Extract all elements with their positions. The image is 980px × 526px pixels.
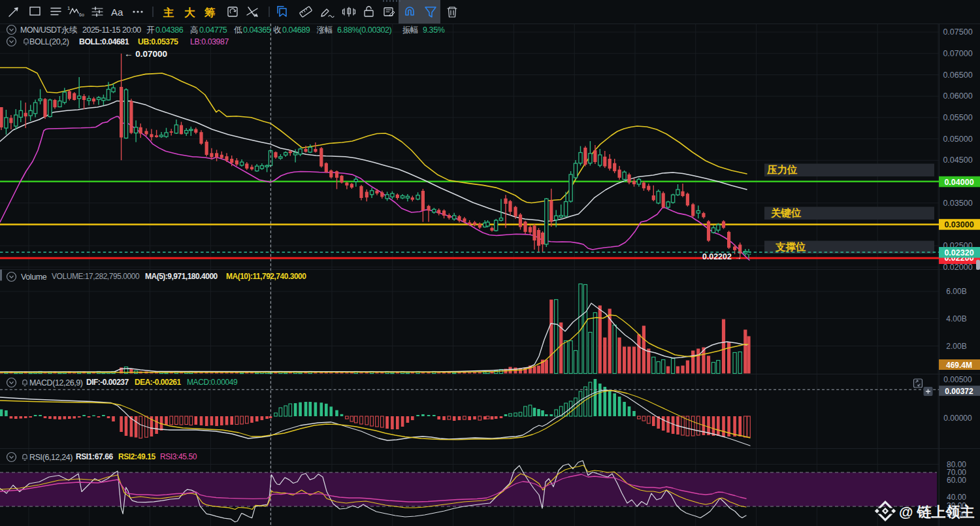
svg-text:支撑位: 支撑位 xyxy=(775,241,806,252)
svg-text:0.03500: 0.03500 xyxy=(943,199,972,208)
svg-text:60.00: 60.00 xyxy=(947,476,966,485)
svg-text:0.05000: 0.05000 xyxy=(943,135,972,144)
svg-text:主: 主 xyxy=(163,7,174,18)
svg-text:0.00500: 0.00500 xyxy=(943,375,972,384)
svg-text:关键位: 关键位 xyxy=(770,207,802,218)
svg-text:0.06500: 0.06500 xyxy=(943,71,972,80)
svg-text:1: 1 xyxy=(67,5,71,11)
svg-text:0.05500: 0.05500 xyxy=(943,113,972,122)
svg-text:0.06000: 0.06000 xyxy=(943,91,972,101)
svg-text:0.00372: 0.00372 xyxy=(945,387,973,396)
svg-text:6.00B: 6.00B xyxy=(946,287,966,296)
svg-text:0.07000: 0.07000 xyxy=(943,49,972,58)
svg-text:Aa: Aa xyxy=(111,7,123,18)
svg-text:0.02202: 0.02202 xyxy=(702,252,732,261)
svg-text:← 0.07000: ← 0.07000 xyxy=(124,49,167,59)
svg-text:0.02320: 0.02320 xyxy=(944,248,973,257)
svg-text:4.00B: 4.00B xyxy=(946,314,966,323)
svg-text:筹: 筹 xyxy=(204,7,216,18)
svg-text:0.03000: 0.03000 xyxy=(944,220,973,229)
svg-text:6o: 6o xyxy=(79,12,84,17)
svg-text:→: → xyxy=(735,254,742,261)
svg-text:0.04000: 0.04000 xyxy=(944,178,973,187)
svg-text:2.00B: 2.00B xyxy=(946,342,966,351)
svg-text:压力位: 压力位 xyxy=(766,164,798,175)
svg-text:0.00000: 0.00000 xyxy=(943,414,972,423)
svg-text:0.07500: 0.07500 xyxy=(943,27,972,37)
svg-text:0.04500: 0.04500 xyxy=(943,156,972,165)
svg-text:469.4M: 469.4M xyxy=(946,361,972,370)
svg-text:大: 大 xyxy=(184,7,195,18)
